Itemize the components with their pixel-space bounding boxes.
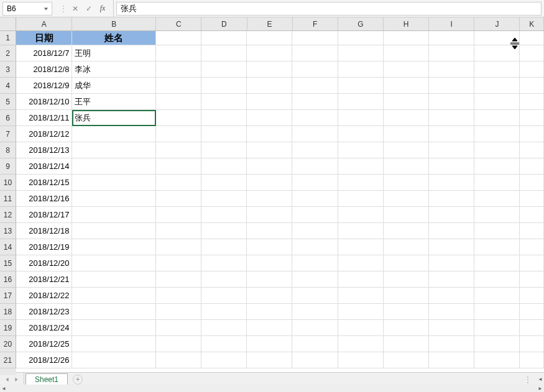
cancel-button[interactable]: ✕ [70,4,81,13]
cell-D20[interactable] [201,336,247,352]
cell-K15[interactable] [520,255,544,271]
name-box-dropdown-icon[interactable] [42,4,50,14]
cell-F9[interactable] [292,158,338,175]
horizontal-scrollbar[interactable]: ◄ ► [0,385,544,392]
cell-B18[interactable] [72,304,155,320]
cell-H2[interactable] [384,45,429,62]
cell-C13[interactable] [156,223,201,239]
cell-C2[interactable] [156,45,201,62]
cell-F21[interactable] [292,352,338,368]
cell-E16[interactable] [247,271,292,288]
cell-D14[interactable] [201,239,247,255]
cell-D8[interactable] [201,142,247,158]
cell-J3[interactable] [474,62,520,78]
cell-G6[interactable] [338,110,384,126]
column-header-A[interactable]: A [16,17,72,31]
cell-H18[interactable] [384,304,429,320]
row-header-8[interactable]: 8 [0,142,16,158]
cell-H12[interactable] [384,207,429,223]
cell-I17[interactable] [429,288,474,304]
cell-H20[interactable] [384,336,429,352]
cell-B8[interactable] [72,142,155,158]
cell-D19[interactable] [201,320,247,336]
cell-D16[interactable] [201,271,247,288]
cell-I1[interactable] [429,31,474,45]
cell-G14[interactable] [338,239,384,255]
cell-F18[interactable] [292,304,338,320]
cell-E17[interactable] [247,288,292,304]
cell-J20[interactable] [474,336,520,352]
cell-E19[interactable] [247,320,292,336]
hscroll-left-arrow-icon[interactable]: ◄ [0,385,7,392]
cell-A11[interactable]: 2018/12/16 [16,191,72,207]
cell-D13[interactable] [201,223,247,239]
cell-F1[interactable] [292,31,338,45]
cell-E5[interactable] [247,94,292,110]
cell-G4[interactable] [338,78,384,94]
cell-K6[interactable] [520,110,544,126]
cell-B19[interactable] [72,320,155,336]
cell-B16[interactable] [72,271,155,288]
cell-C19[interactable] [156,320,201,336]
cell-E20[interactable] [247,336,292,352]
row-header-14[interactable]: 14 [0,239,16,255]
cell-H15[interactable] [384,255,429,271]
tab-split-handle-icon[interactable]: ⋮ [519,375,537,384]
cell-J21[interactable] [474,352,520,368]
cell-F5[interactable] [292,94,338,110]
cell-A10[interactable]: 2018/12/15 [16,175,72,191]
cell-H10[interactable] [384,175,429,191]
cell-I11[interactable] [429,191,474,207]
cell-G17[interactable] [338,288,384,304]
cell-G1[interactable] [338,31,384,45]
column-header-C[interactable]: C [156,17,201,31]
cell-I19[interactable] [429,320,474,336]
cell-K14[interactable] [520,239,544,255]
cell-K20[interactable] [520,336,544,352]
column-header-K[interactable]: K [520,17,544,31]
cell-K9[interactable] [520,158,544,175]
cell-F6[interactable] [292,110,338,126]
cell-B7[interactable] [72,126,155,142]
cell-H14[interactable] [384,239,429,255]
row-header-12[interactable]: 12 [0,207,16,223]
cell-I3[interactable] [429,62,474,78]
cell-B6[interactable]: 张兵 [72,110,155,126]
cell-G3[interactable] [338,62,384,78]
column-header-B[interactable]: B [72,17,156,31]
cell-I7[interactable] [429,126,474,142]
cell-F16[interactable] [292,271,338,288]
cell-C8[interactable] [156,142,201,158]
row-header-20[interactable]: 20 [0,336,16,352]
cell-K8[interactable] [520,142,544,158]
cell-F10[interactable] [292,175,338,191]
row-header-5[interactable]: 5 [0,94,16,110]
cell-J15[interactable] [474,255,520,271]
name-box[interactable]: B6 [2,2,52,16]
cell-J16[interactable] [474,271,520,288]
cell-J4[interactable] [474,78,520,94]
cell-F7[interactable] [292,126,338,142]
cell-D11[interactable] [201,191,247,207]
cell-E18[interactable] [247,304,292,320]
cell-F8[interactable] [292,142,338,158]
cell-B17[interactable] [72,288,155,304]
column-header-I[interactable]: I [429,17,474,31]
cell-B12[interactable] [72,207,155,223]
cell-K11[interactable] [520,191,544,207]
cell-I16[interactable] [429,271,474,288]
cell-I15[interactable] [429,255,474,271]
cell-I10[interactable] [429,175,474,191]
cell-C4[interactable] [156,78,201,94]
cell-E2[interactable] [247,45,292,62]
cell-J14[interactable] [474,239,520,255]
cell-K2[interactable] [520,45,544,62]
cell-B1[interactable]: 姓名 [72,31,155,45]
cell-G12[interactable] [338,207,384,223]
cell-C20[interactable] [156,336,201,352]
cell-I2[interactable] [429,45,474,62]
cell-C17[interactable] [156,288,201,304]
cell-K21[interactable] [520,352,544,368]
column-header-H[interactable]: H [384,17,429,31]
column-header-E[interactable]: E [247,17,293,31]
